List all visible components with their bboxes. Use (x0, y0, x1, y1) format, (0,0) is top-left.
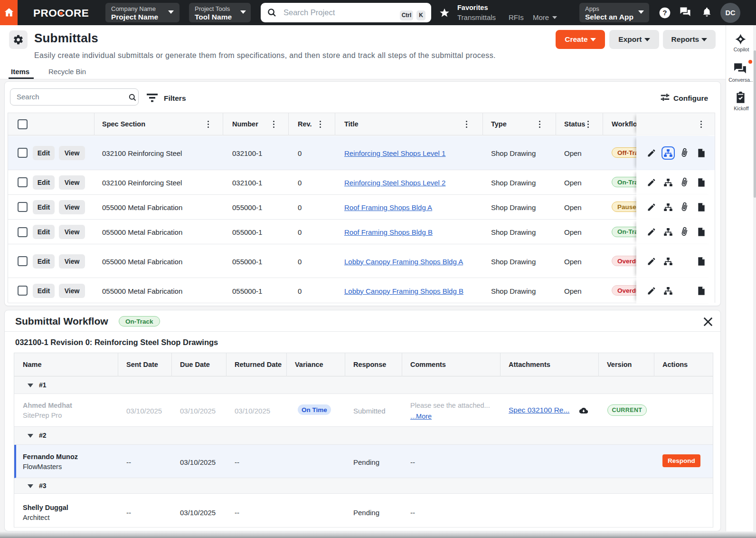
svg-text:?: ? (662, 9, 667, 17)
